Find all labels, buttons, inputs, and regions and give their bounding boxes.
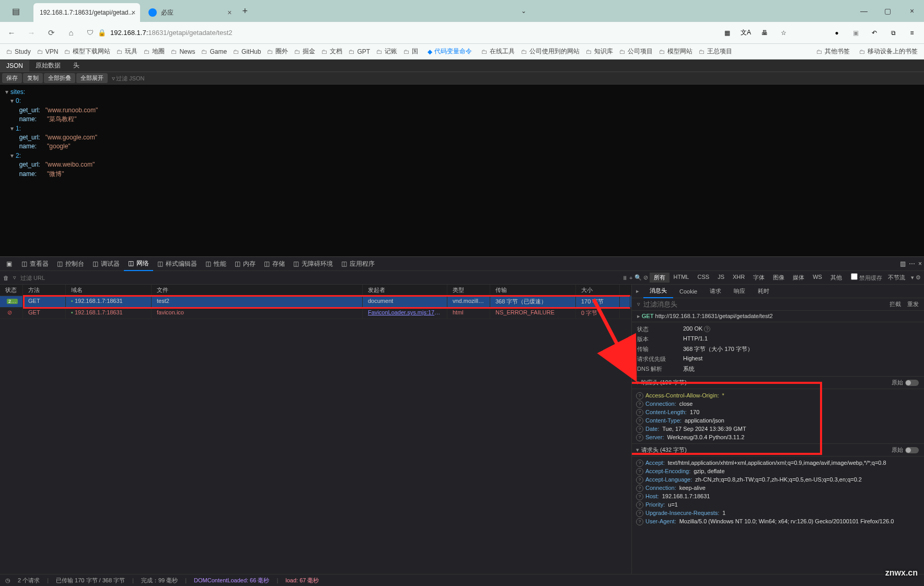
more-icon[interactable]: ⋯ [909,260,915,267]
extensions-icon[interactable]: ⧉ [885,25,901,41]
detail-tab-request[interactable]: 请求 [703,285,727,298]
translate-icon[interactable]: 文A [738,25,754,41]
search-icon[interactable]: 🔍 [634,274,642,281]
maximize-button[interactable]: ▢ [876,2,900,20]
table-row[interactable]: 200GET▪ 192.168.1.7:18631test2documentvn… [0,296,631,308]
disable-cache-checkbox[interactable] [851,273,858,280]
lock-icon[interactable]: 🔒 [98,29,106,37]
shield-icon[interactable]: 🛡 [87,29,94,37]
home-button[interactable]: ⌂ [64,26,78,40]
inspector-picker-icon[interactable]: ▣ [2,258,16,269]
save-action[interactable]: 保存 [2,73,22,83]
block-button[interactable]: 拦截 [890,300,901,308]
close-icon[interactable]: × [227,8,232,17]
devtools-tab[interactable]: ◫性能 [201,257,230,271]
pause-icon[interactable]: ⏸ [622,275,628,281]
detail-tab-headers[interactable]: 消息头 [643,285,673,298]
bookmark-item[interactable]: 🗀移动设备上的书签 [856,46,921,57]
type-chip[interactable]: 图像 [769,273,789,283]
bookmark-item[interactable]: 🗀知识库 [583,46,616,57]
expand-all-action[interactable]: 全部展开 [76,73,108,83]
resend-button[interactable]: 重发 [907,300,919,308]
bookmark-item[interactable]: 🗀模型网站 [656,46,696,57]
reload-button[interactable]: ⟳ [44,26,59,40]
type-chip[interactable]: JS [713,273,729,283]
url-input[interactable]: 🛡 🔒 192.168.1.7:18631/getapi/getadate/te… [84,25,714,41]
bookmark-item[interactable]: 🗀VPN [34,46,62,57]
type-chip[interactable]: 所有 [650,273,669,283]
dock-icon[interactable]: ▥ [900,260,906,267]
bookmark-item[interactable]: 🗀记账 [373,46,400,57]
menu-icon[interactable]: ≡ [904,25,920,41]
browser-tab-0[interactable]: 192.168.1.7:18631/getapi/getad... × [33,3,140,22]
detail-tab-cookie[interactable]: Cookie [673,286,703,297]
forward-button[interactable]: → [24,26,39,40]
bookmark-item[interactable]: 🗀掘金 [291,46,318,57]
headers-tab[interactable]: 头 [67,59,86,72]
tabs-dropdown-icon[interactable]: ⌄ [521,7,526,15]
bookmark-item[interactable]: 🗀国 [400,46,421,57]
plus-icon[interactable]: + [629,275,632,281]
type-chip[interactable]: WS [808,273,826,283]
type-chip[interactable]: XHR [729,273,749,283]
bookmark-item[interactable]: 🗀在线工具 [478,46,518,57]
close-button[interactable]: × [900,2,924,20]
bookmark-item[interactable]: 🗀Game [198,46,230,57]
print-icon[interactable]: 🖶 [757,25,772,41]
bookmark-item[interactable]: 🗀其他书签 [813,46,853,57]
bookmark-item[interactable]: ◆代码变量命令 [424,46,475,57]
bookmark-item[interactable]: 🗀圈外 [264,46,291,57]
raw-toggle[interactable] [905,380,919,386]
perf-icon[interactable]: ◷ [5,577,10,584]
copy-action[interactable]: 复制 [23,73,43,83]
undo-icon[interactable]: ↶ [867,25,882,41]
bookmark-item[interactable]: 🗀玩具 [113,46,141,57]
devtools-tab[interactable]: ◫内存 [230,257,260,271]
json-tab[interactable]: JSON [0,60,29,72]
json-filter-input[interactable] [116,75,188,81]
url-filter-input[interactable] [20,275,94,281]
devtools-tab[interactable]: ◫调试器 [88,257,124,271]
bookmark-item[interactable]: 🗀王总项目 [696,46,735,57]
app-menu-icon[interactable]: ▤ [0,2,31,20]
table-row[interactable]: ⊘GET▪ 192.168.1.7:18631favicon.icoFavico… [0,308,631,319]
browser-tab-1[interactable]: 必应 × [142,3,236,22]
bookmark-item[interactable]: 🗀GitHub [230,46,264,57]
bookmark-item[interactable]: 🗀模型下载网站 [61,46,113,57]
trash-icon[interactable]: 🗑 [3,275,9,281]
detail-tab-timing[interactable]: 耗时 [752,285,776,298]
bookmark-item[interactable]: 🗀地圈 [141,46,168,57]
type-chip[interactable]: 其他 [826,273,846,283]
screenshot-icon[interactable]: ▣ [848,25,863,41]
devtools-tab[interactable]: ◫无障碍环境 [289,257,337,271]
close-icon[interactable]: × [131,8,135,17]
bookmark-item[interactable]: 🗀公司使用到的网站 [518,46,583,57]
new-tab-button[interactable]: + [242,6,248,17]
type-chip[interactable]: 媒体 [789,273,808,283]
block-icon[interactable]: ⊘ [643,274,648,281]
detail-panel-toggle[interactable]: ▸ [632,288,643,295]
bookmark-item[interactable]: 🗀公司项目 [616,46,656,57]
throttle-select[interactable]: 不节流 [884,273,909,283]
bookmark-item[interactable]: 🗀News [168,46,198,57]
type-chip[interactable]: CSS [694,273,714,283]
collapse-all-action[interactable]: 全部折叠 [44,73,75,83]
detail-tab-response[interactable]: 响应 [727,285,752,298]
devtools-tab[interactable]: ◫存储 [260,257,289,271]
devtools-tab[interactable]: ◫网络 [124,257,153,271]
gear-icon[interactable]: ⚙ [916,274,921,281]
devtools-close-icon[interactable]: × [918,260,922,267]
raw-tab[interactable]: 原始数据 [29,59,67,72]
header-filter-input[interactable] [643,300,732,308]
minimize-button[interactable]: — [852,2,876,20]
profile-icon[interactable]: ● [829,25,845,41]
bookmark-item[interactable]: 🗀GPT [345,46,373,57]
devtools-tab[interactable]: ◫控制台 [53,257,88,271]
devtools-tab[interactable]: ◫应用程序 [337,257,379,271]
devtools-tab[interactable]: ◫样式编辑器 [153,257,201,271]
raw-toggle[interactable] [905,447,919,453]
bookmark-item[interactable]: 🗀文档 [318,46,345,57]
bookmark-icon[interactable]: ☆ [776,25,791,41]
back-button[interactable]: ← [4,26,19,40]
type-chip[interactable]: 字体 [749,273,769,283]
